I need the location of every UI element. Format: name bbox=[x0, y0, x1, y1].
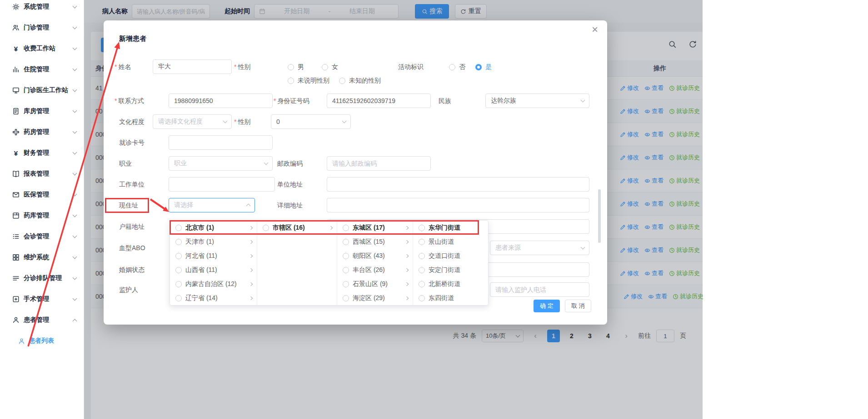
modal-scrollbar[interactable] bbox=[598, 189, 601, 243]
chevron-right-icon bbox=[329, 226, 333, 229]
patient-source-select[interactable]: 患者来源 bbox=[490, 241, 589, 255]
sidebar-item-drugstore-mgmt[interactable]: 药库管理 bbox=[0, 205, 84, 226]
sidebar-item-label: 手术管理 bbox=[24, 295, 73, 303]
sidebar-item-label: 患者管理 bbox=[24, 316, 73, 324]
chevron-up-icon bbox=[73, 319, 77, 323]
cascader-option-province[interactable]: 内蒙古自治区 (12) bbox=[170, 277, 257, 291]
sidebar-item-outpatient-mgmt[interactable]: 门诊管理 bbox=[0, 17, 84, 38]
cascader-option-province[interactable]: 天津市 (1) bbox=[170, 235, 257, 249]
radio-circle bbox=[175, 267, 182, 273]
radio-circle bbox=[419, 267, 425, 273]
contact-input[interactable] bbox=[169, 94, 273, 108]
cascader-option-district[interactable]: 丰台区 (26) bbox=[337, 263, 413, 277]
chevron-down-icon bbox=[73, 171, 77, 175]
cascader-option-street[interactable]: 北新桥街道 bbox=[413, 277, 489, 291]
sidebar-item-patient-list[interactable]: 患者列表 bbox=[0, 330, 84, 351]
radio-circle bbox=[263, 225, 269, 231]
chevron-right-icon bbox=[249, 240, 253, 243]
radio-gender-unknown[interactable]: 未知的性别 bbox=[339, 77, 381, 84]
close-icon[interactable]: × bbox=[592, 24, 598, 35]
sidebar-item-inpatient-mgmt[interactable]: 住院管理 bbox=[0, 59, 84, 80]
sidebar-item-surgery-mgmt[interactable]: 手术管理 bbox=[0, 289, 84, 310]
sidebar-item-pharmacy-mgmt[interactable]: 药房管理 bbox=[0, 122, 84, 143]
confirm-button[interactable]: 确 定 bbox=[534, 300, 560, 312]
radio-circle bbox=[419, 225, 425, 231]
chevron-right-icon bbox=[405, 240, 409, 243]
ethnicity-label: 民族 bbox=[439, 97, 451, 105]
cascader-option-street[interactable]: 安定门街道 bbox=[413, 263, 489, 277]
sidebar-item-triage-queue-mgmt[interactable]: 分诊排队管理 bbox=[0, 268, 84, 289]
cascader-option-street[interactable]: 东华门街道 bbox=[413, 221, 489, 235]
yen-icon: ¥ bbox=[12, 149, 20, 157]
chevron-down-icon bbox=[73, 192, 77, 196]
detail-address-input[interactable] bbox=[327, 198, 589, 212]
radio-circle bbox=[339, 78, 345, 84]
cascader-option-province[interactable]: 辽宁省 (14) bbox=[170, 291, 257, 305]
unit-address-input[interactable] bbox=[327, 177, 589, 192]
sidebar-item-charge-station[interactable]: ¥收费工作站 bbox=[0, 38, 84, 59]
sidebar-item-warehouse-mgmt[interactable]: 库房管理 bbox=[0, 101, 84, 122]
cascader-option-street[interactable]: 东四街道 bbox=[413, 291, 489, 305]
cascader-street-column: 东华门街道 景山街道 交道口街道 安定门街道 北新桥街道 东四街道 bbox=[413, 221, 489, 305]
sidebar-item-finance-mgmt[interactable]: ¥财务管理 bbox=[0, 143, 84, 163]
mail-icon bbox=[12, 191, 20, 198]
medical-cross-icon bbox=[12, 128, 20, 136]
name-input[interactable] bbox=[153, 59, 232, 74]
sidebar-item-label: 系统管理 bbox=[24, 3, 73, 11]
postal-code-input[interactable] bbox=[327, 156, 431, 171]
sidebar-subitem-label: 患者列表 bbox=[29, 337, 54, 345]
card-no-label: 就诊卡号 bbox=[119, 139, 145, 147]
work-unit-input[interactable] bbox=[169, 177, 275, 192]
cascader-option-district[interactable]: 石景山区 (9) bbox=[337, 277, 413, 291]
education-label: 文化程度 bbox=[119, 118, 145, 126]
sidebar-item-consultation-mgmt[interactable]: 会诊管理 bbox=[0, 226, 84, 247]
cascader-option-district[interactable]: 海淀区 (29) bbox=[337, 291, 413, 305]
education-select[interactable]: 请选择文化程度 bbox=[153, 114, 232, 129]
gender-code-label: *性别 bbox=[234, 118, 250, 126]
radio-male[interactable]: 男 bbox=[288, 64, 304, 71]
occupation-select[interactable]: 职业 bbox=[169, 156, 273, 171]
radio-circle bbox=[343, 267, 349, 273]
sidebar-item-outpatient-doctor-station[interactable]: 门诊医生工作站 bbox=[0, 80, 84, 101]
cascader-option-province[interactable]: 山西省 (11) bbox=[170, 263, 257, 277]
radio-gender-unstated[interactable]: 未说明性别 bbox=[288, 77, 329, 84]
radio-circle bbox=[343, 225, 349, 231]
cascader-option-province[interactable]: 河北省 (11) bbox=[170, 249, 257, 263]
modal-title: 新增患者 bbox=[119, 35, 146, 43]
chevron-down-icon bbox=[581, 245, 585, 250]
region-cascader-dropdown: 北京市 (1) 天津市 (1) 河北省 (11) 山西省 (11) 内蒙古自治区… bbox=[170, 220, 489, 306]
cancel-button[interactable]: 取 消 bbox=[565, 300, 591, 312]
sidebar-item-system-mgmt[interactable]: 系统管理 bbox=[0, 0, 84, 17]
person-icon bbox=[12, 316, 20, 324]
sidebar-item-maintenance[interactable]: 维护系统 bbox=[0, 247, 84, 268]
radio-circle bbox=[288, 78, 294, 84]
id-number-input[interactable] bbox=[327, 94, 431, 108]
chevron-down-icon bbox=[73, 254, 77, 259]
ethnicity-select[interactable]: 达斡尔族 bbox=[485, 94, 589, 108]
radio-circle bbox=[449, 64, 455, 70]
cascader-option-province[interactable]: 北京市 (1) bbox=[170, 221, 257, 235]
cascader-district-column: 东城区 (17) 西城区 (15) 朝阳区 (43) 丰台区 (26) 石景山区… bbox=[337, 221, 413, 305]
gender-code-select[interactable]: 0 bbox=[271, 114, 351, 129]
cascader-option-district[interactable]: 朝阳区 (43) bbox=[337, 249, 413, 263]
sidebar-item-patient-mgmt[interactable]: 患者管理 bbox=[0, 310, 84, 330]
cascader-option-district[interactable]: 东城区 (17) bbox=[337, 221, 413, 235]
chevron-down-icon bbox=[73, 275, 77, 280]
sidebar-item-report-mgmt[interactable]: 报表管理 bbox=[0, 163, 84, 184]
chevron-down-icon bbox=[73, 233, 77, 238]
chevron-right-icon bbox=[405, 282, 409, 286]
guardian-phone-input[interactable] bbox=[490, 282, 589, 297]
occupation-label: 职业 bbox=[119, 160, 132, 168]
sidebar-item-label: 药房管理 bbox=[24, 128, 73, 136]
cascader-option-street[interactable]: 交道口街道 bbox=[413, 249, 489, 263]
cascader-option-city[interactable]: 市辖区 (16) bbox=[257, 221, 337, 235]
cascader-option-district[interactable]: 西城区 (15) bbox=[337, 235, 413, 249]
card-no-input[interactable] bbox=[169, 135, 273, 150]
chevron-up-icon bbox=[246, 204, 251, 208]
cascader-option-street[interactable]: 景山街道 bbox=[413, 235, 489, 249]
radio-active-no[interactable]: 否 bbox=[449, 64, 465, 71]
radio-active-yes[interactable]: 是 bbox=[475, 64, 492, 71]
current-address-cascader[interactable]: 请选择 bbox=[169, 198, 255, 212]
sidebar-item-insurance-mgmt[interactable]: 医保管理 bbox=[0, 184, 84, 205]
radio-female[interactable]: 女 bbox=[322, 64, 338, 71]
